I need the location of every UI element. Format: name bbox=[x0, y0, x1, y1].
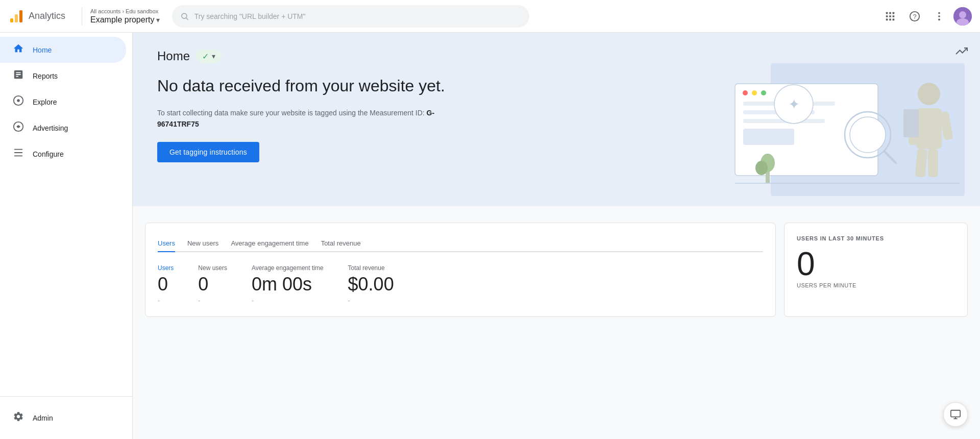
stats-tab-users[interactable]: Users bbox=[158, 235, 175, 252]
svg-point-16 bbox=[938, 12, 940, 14]
hero-description: To start collecting data make sure your … bbox=[157, 107, 463, 130]
page-title: Home bbox=[157, 49, 190, 63]
analytics-logo-icon bbox=[8, 8, 24, 25]
more-button[interactable] bbox=[929, 6, 949, 27]
sidebar-item-admin-label: Admin bbox=[33, 414, 53, 422]
svg-point-23 bbox=[17, 99, 20, 102]
realtime-count: 0 bbox=[797, 248, 955, 280]
svg-point-51 bbox=[755, 161, 768, 175]
logo-text: Analytics bbox=[29, 11, 65, 21]
svg-rect-26 bbox=[14, 152, 23, 153]
svg-point-18 bbox=[938, 18, 940, 20]
main-content: Home ✓ ▾ No data received from your webs… bbox=[133, 33, 980, 439]
metric-revenue: Total revenue $0.00 - bbox=[348, 264, 394, 304]
stats-tab-new-users[interactable]: New users bbox=[187, 235, 218, 252]
property-name-text: Example property bbox=[90, 15, 154, 25]
metric-new-users-value: 0 bbox=[198, 274, 227, 295]
sidebar-item-explore[interactable]: Explore bbox=[0, 89, 126, 115]
help-icon: ? bbox=[909, 11, 920, 22]
advertising-icon bbox=[12, 121, 24, 135]
svg-rect-9 bbox=[889, 15, 891, 17]
user-avatar-icon bbox=[953, 7, 972, 26]
sidebar-item-home[interactable]: Home bbox=[0, 37, 126, 63]
sidebar-item-admin[interactable]: Admin bbox=[0, 405, 126, 431]
apps-button[interactable] bbox=[880, 6, 900, 27]
hero-desc-text: To start collecting data make sure your … bbox=[157, 109, 427, 117]
svg-rect-8 bbox=[886, 15, 888, 17]
svg-rect-53 bbox=[951, 410, 960, 417]
sidebar-item-advertising-label: Advertising bbox=[33, 124, 68, 132]
metric-users: Users 0 - bbox=[158, 264, 174, 304]
apps-icon bbox=[885, 11, 896, 22]
sidebar-item-configure[interactable]: Configure bbox=[0, 141, 126, 167]
trending-icon-button[interactable] bbox=[955, 45, 968, 60]
sidebar-item-reports[interactable]: Reports bbox=[0, 63, 126, 89]
svg-rect-47 bbox=[928, 149, 938, 177]
hero-banner: Home ✓ ▾ No data received from your webs… bbox=[133, 33, 980, 206]
metric-new-users: New users 0 - bbox=[198, 264, 227, 304]
svg-text:✦: ✦ bbox=[788, 96, 800, 112]
help-button[interactable]: ? bbox=[904, 6, 925, 27]
sidebar-item-advertising[interactable]: Advertising bbox=[0, 115, 126, 141]
svg-rect-0 bbox=[10, 18, 13, 22]
svg-rect-5 bbox=[886, 12, 888, 14]
metric-engagement-sub: - bbox=[252, 297, 324, 304]
realtime-label: Users in last 30 minutes bbox=[797, 235, 955, 241]
property-chevron-icon: ▾ bbox=[156, 16, 160, 24]
check-icon: ✓ bbox=[202, 52, 209, 61]
topbar-actions: ? bbox=[880, 6, 972, 27]
breadcrumb: All accounts › Edu sandbox bbox=[90, 8, 160, 14]
stats-area: Users New users Average engagement time … bbox=[133, 206, 980, 329]
logo-area: Analytics bbox=[8, 8, 65, 25]
svg-rect-48 bbox=[903, 109, 919, 137]
search-icon bbox=[180, 12, 189, 21]
avatar[interactable] bbox=[953, 7, 972, 26]
admin-icon bbox=[12, 411, 24, 425]
status-chevron-icon: ▾ bbox=[212, 52, 215, 60]
chat-icon bbox=[950, 409, 961, 420]
svg-rect-10 bbox=[893, 15, 895, 17]
stats-tab-engagement[interactable]: Average engagement time bbox=[231, 235, 308, 252]
search-input[interactable] bbox=[194, 12, 522, 20]
metric-engagement: Average engagement time 0m 00s - bbox=[252, 264, 324, 304]
sidebar-item-configure-label: Configure bbox=[33, 150, 64, 158]
svg-rect-7 bbox=[893, 12, 895, 14]
stats-realtime-card: Users in last 30 minutes 0 Users per min… bbox=[784, 223, 968, 317]
svg-point-30 bbox=[743, 90, 748, 95]
chat-fab-button[interactable] bbox=[943, 402, 968, 427]
svg-line-4 bbox=[186, 18, 188, 19]
hero-header: Home ✓ ▾ bbox=[157, 49, 463, 63]
svg-rect-12 bbox=[889, 18, 891, 20]
topbar-divider bbox=[82, 7, 82, 26]
svg-rect-11 bbox=[886, 18, 888, 20]
metric-users-value: 0 bbox=[158, 274, 174, 295]
sidebar-item-reports-label: Reports bbox=[33, 72, 58, 80]
stats-tab-revenue[interactable]: Total revenue bbox=[321, 235, 361, 252]
metric-revenue-value: $0.00 bbox=[348, 274, 394, 295]
metric-engagement-label: Average engagement time bbox=[252, 264, 324, 272]
sidebar-nav: Home Reports bbox=[0, 33, 132, 396]
property-selector[interactable]: Example property ▾ bbox=[90, 15, 160, 25]
property-nav: All accounts › Edu sandbox Example prope… bbox=[90, 8, 160, 25]
svg-rect-6 bbox=[889, 12, 891, 14]
svg-point-17 bbox=[938, 15, 940, 17]
svg-rect-13 bbox=[893, 18, 895, 20]
hero-left: Home ✓ ▾ No data received from your webs… bbox=[157, 49, 463, 162]
metric-users-label: Users bbox=[158, 264, 174, 272]
status-badge[interactable]: ✓ ▾ bbox=[196, 50, 222, 63]
home-icon bbox=[12, 43, 24, 57]
get-tagging-instructions-button[interactable]: Get tagging instructions bbox=[157, 142, 259, 162]
search-bar bbox=[172, 5, 529, 28]
sidebar-bottom: Admin bbox=[0, 396, 132, 439]
svg-text:?: ? bbox=[913, 12, 916, 20]
svg-point-31 bbox=[752, 90, 757, 95]
configure-icon bbox=[12, 147, 24, 161]
sidebar-item-explore-label: Explore bbox=[33, 98, 57, 106]
svg-rect-1 bbox=[15, 14, 18, 22]
hero-illustration: ✦ bbox=[694, 33, 980, 206]
svg-point-38 bbox=[850, 117, 886, 153]
svg-rect-36 bbox=[743, 129, 794, 145]
metric-new-users-label: New users bbox=[198, 264, 227, 272]
svg-point-42 bbox=[918, 83, 940, 105]
sidebar: Home Reports bbox=[0, 33, 133, 439]
